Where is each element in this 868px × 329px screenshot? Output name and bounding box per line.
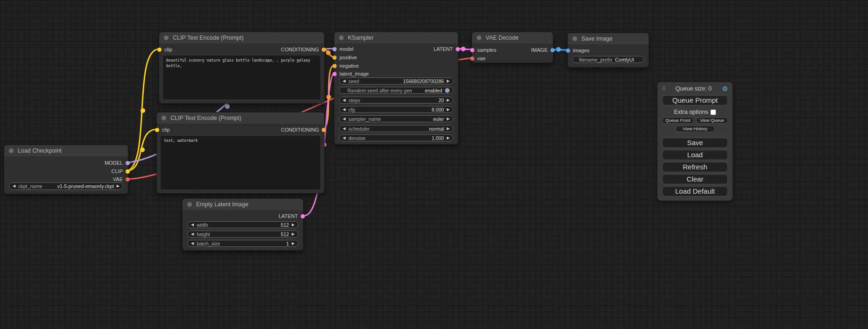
queue-front-button[interactable]: Queue Front (662, 117, 694, 124)
output-slot-conditioning[interactable]: CONDITIONING (281, 46, 326, 53)
increment-arrow-icon[interactable]: ▶ (292, 223, 295, 227)
height-widget[interactable]: ◀ height 512 ▶ (187, 231, 298, 238)
latent-slot-dot-icon[interactable] (456, 47, 460, 51)
random-seed-toggle-widget[interactable]: Random seed after every gen enabled (339, 87, 453, 94)
queue-prompt-button[interactable]: Queue Prompt (662, 95, 728, 105)
seed-widget[interactable]: ◀ seed 156680208700286 ▶ (339, 77, 453, 84)
input-slot-clip[interactable]: clip (157, 46, 172, 53)
clear-button[interactable]: Clear (662, 174, 728, 184)
input-slot-model[interactable]: model (332, 46, 353, 52)
batch-size-widget[interactable]: ◀ batch_size 1 ▶ (187, 240, 298, 247)
collapse-dot-icon[interactable] (572, 36, 577, 41)
negative-prompt-textarea[interactable]: text, watermark (161, 136, 320, 189)
extra-options-checkbox[interactable] (711, 110, 716, 115)
input-slot-images[interactable]: images (566, 47, 589, 54)
collapse-dot-icon[interactable] (162, 116, 166, 120)
input-slot-vae[interactable]: vae (470, 55, 486, 62)
node-vae-decode[interactable]: VAE Decode samples vae IMAGE (472, 32, 553, 63)
decrement-arrow-icon[interactable]: ◀ (343, 136, 346, 140)
node-header[interactable]: Save Image (568, 33, 649, 44)
node-header[interactable]: CLIP Text Encode (Prompt) (157, 112, 324, 124)
collapse-dot-icon[interactable] (9, 148, 14, 153)
latent-slot-dot-icon[interactable] (332, 72, 337, 76)
node-clip-text-encode-positive[interactable]: CLIP Text Encode (Prompt) clip CONDITION… (159, 32, 325, 104)
collapse-dot-icon[interactable] (187, 202, 192, 207)
toggle-enabled-dot-icon[interactable] (445, 88, 450, 93)
image-slot-dot-icon[interactable] (566, 49, 570, 53)
node-load-checkpoint[interactable]: Load Checkpoint MODEL CLIP VAE ◀ ckpt_na… (4, 145, 128, 194)
vae-slot-dot-icon[interactable] (126, 177, 130, 182)
decrement-arrow-icon[interactable]: ◀ (343, 117, 346, 121)
steps-widget[interactable]: ◀ steps 20 ▶ (339, 97, 453, 104)
clip-slot-dot-icon[interactable] (126, 169, 130, 174)
increment-arrow-icon[interactable]: ▶ (117, 184, 120, 188)
decrement-arrow-icon[interactable]: ◀ (343, 108, 346, 112)
model-slot-dot-icon[interactable] (332, 47, 337, 51)
output-slot-model[interactable]: MODEL (105, 160, 130, 166)
cfg-widget[interactable]: ◀ cfg 8.000 ▶ (339, 106, 453, 113)
node-graph-canvas[interactable]: Load Checkpoint MODEL CLIP VAE ◀ ckpt_na… (0, 0, 868, 329)
output-slot-clip[interactable]: CLIP (112, 168, 130, 175)
filename-prefix-widget[interactable]: filename_prefix ComfyUI (572, 56, 644, 63)
input-slot-latent-image[interactable]: latent_image (332, 70, 369, 77)
conditioning-slot-dot-icon[interactable] (322, 48, 326, 52)
node-header[interactable]: VAE Decode (472, 32, 553, 43)
increment-arrow-icon[interactable]: ▶ (447, 108, 450, 112)
input-slot-positive[interactable]: positive (332, 54, 357, 61)
node-ksampler[interactable]: KSampler model positive negative latent_… (334, 32, 459, 145)
clip-slot-dot-icon[interactable] (155, 128, 159, 132)
conditioning-slot-dot-icon[interactable] (322, 128, 326, 132)
decrement-arrow-icon[interactable]: ◀ (191, 242, 194, 245)
input-slot-clip[interactable]: clip (155, 126, 170, 133)
positive-prompt-textarea[interactable]: beautiful scenery nature glass bottle la… (163, 56, 320, 99)
output-slot-conditioning[interactable]: CONDITIONING (281, 126, 326, 133)
denoise-widget[interactable]: ◀ denoise 1.000 ▶ (339, 134, 453, 141)
increment-arrow-icon[interactable]: ▶ (447, 98, 450, 102)
width-widget[interactable]: ◀ width 512 ▶ (187, 221, 298, 228)
save-button[interactable]: Save (662, 138, 728, 148)
wire-midpoint-dot[interactable] (141, 108, 145, 113)
increment-arrow-icon[interactable]: ▶ (292, 232, 295, 236)
view-history-button[interactable]: View History (676, 126, 715, 132)
wire-midpoint-dot[interactable] (326, 95, 331, 99)
clip-slot-dot-icon[interactable] (157, 48, 162, 52)
output-slot-vae[interactable]: VAE (113, 176, 130, 182)
latent-slot-dot-icon[interactable] (470, 48, 474, 52)
decrement-arrow-icon[interactable]: ◀ (343, 79, 346, 83)
settings-gear-icon[interactable]: ⚙ (722, 85, 728, 92)
wire-midpoint-dot[interactable] (326, 50, 331, 55)
decrement-arrow-icon[interactable]: ◀ (191, 223, 194, 227)
wire-midpoint-dot[interactable] (556, 47, 561, 52)
decrement-arrow-icon[interactable]: ◀ (343, 127, 346, 131)
node-header[interactable]: KSampler (334, 32, 458, 43)
node-save-image[interactable]: Save Image images filename_prefix ComfyU… (567, 33, 649, 68)
conditioning-slot-dot-icon[interactable] (332, 64, 337, 68)
node-header[interactable]: Load Checkpoint (4, 145, 128, 156)
load-default-button[interactable]: Load Default (662, 186, 728, 196)
scheduler-widget[interactable]: ◀ scheduler normal ▶ (339, 125, 453, 132)
input-slot-samples[interactable]: samples (470, 47, 496, 53)
output-slot-latent[interactable]: LATENT (279, 213, 305, 219)
decrement-arrow-icon[interactable]: ◀ (343, 98, 346, 102)
output-slot-latent[interactable]: LATENT (434, 46, 460, 52)
collapse-dot-icon[interactable] (339, 35, 344, 40)
sampler-name-widget[interactable]: ◀ sampler_name euler ▶ (339, 115, 453, 122)
output-slot-image[interactable]: IMAGE (531, 47, 555, 53)
wire-midpoint-dot[interactable] (461, 47, 466, 51)
load-button[interactable]: Load (662, 150, 728, 160)
node-header[interactable]: Empty Latent Image (183, 199, 303, 210)
ckpt-name-widget[interactable]: ◀ ckpt_name v1-5-pruned-emaonly.ckpt ▶ (9, 182, 123, 190)
view-queue-button[interactable]: View Queue (696, 117, 728, 124)
node-clip-text-encode-negative[interactable]: CLIP Text Encode (Prompt) clip CONDITION… (156, 112, 325, 194)
increment-arrow-icon[interactable]: ▶ (447, 117, 450, 121)
input-slot-negative[interactable]: negative (332, 63, 359, 69)
increment-arrow-icon[interactable]: ▶ (292, 242, 295, 245)
wire-midpoint-dot[interactable] (225, 104, 230, 109)
decrement-arrow-icon[interactable]: ◀ (13, 184, 15, 188)
conditioning-slot-dot-icon[interactable] (332, 56, 337, 60)
latent-slot-dot-icon[interactable] (301, 214, 305, 218)
increment-arrow-icon[interactable]: ▶ (447, 79, 450, 83)
vae-slot-dot-icon[interactable] (470, 56, 474, 61)
collapse-dot-icon[interactable] (164, 35, 169, 40)
decrement-arrow-icon[interactable]: ◀ (191, 232, 194, 236)
